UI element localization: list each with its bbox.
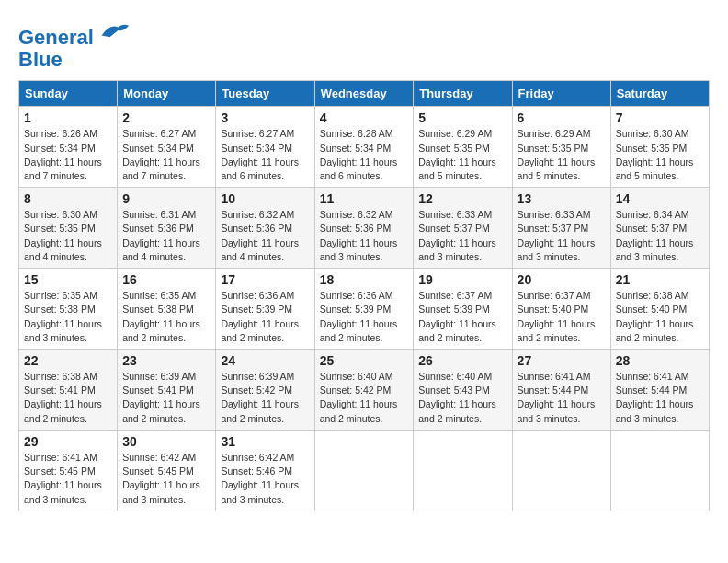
calendar-week-row: 22 Sunrise: 6:38 AMSunset: 5:41 PMDaylig… xyxy=(19,350,710,431)
day-number: 7 xyxy=(616,110,704,125)
calendar-week-row: 8 Sunrise: 6:30 AMSunset: 5:35 PMDayligh… xyxy=(19,188,710,269)
day-number: 15 xyxy=(24,272,112,287)
calendar-cell: 4 Sunrise: 6:28 AMSunset: 5:34 PMDayligh… xyxy=(314,107,414,188)
day-info: Sunrise: 6:37 AMSunset: 5:40 PMDaylight:… xyxy=(518,289,606,345)
calendar-cell: 23 Sunrise: 6:39 AMSunset: 5:41 PMDaylig… xyxy=(118,350,216,431)
calendar-cell: 19 Sunrise: 6:37 AMSunset: 5:39 PMDaylig… xyxy=(414,269,512,350)
calendar-cell: 6 Sunrise: 6:29 AMSunset: 5:35 PMDayligh… xyxy=(512,107,610,188)
calendar-cell: 1 Sunrise: 6:26 AMSunset: 5:34 PMDayligh… xyxy=(19,107,118,188)
calendar-cell: 5 Sunrise: 6:29 AMSunset: 5:35 PMDayligh… xyxy=(414,107,512,188)
day-number: 10 xyxy=(221,191,309,206)
day-number: 8 xyxy=(24,191,112,206)
day-number: 22 xyxy=(24,353,112,368)
day-number: 5 xyxy=(418,110,506,125)
day-info: Sunrise: 6:36 AMSunset: 5:39 PMDaylight:… xyxy=(221,289,309,345)
calendar-cell: 30 Sunrise: 6:42 AMSunset: 5:45 PMDaylig… xyxy=(118,430,216,511)
logo: GeneralBlue xyxy=(18,18,131,71)
day-number: 26 xyxy=(418,353,506,368)
calendar-cell xyxy=(314,430,414,511)
day-info: Sunrise: 6:31 AMSunset: 5:36 PMDaylight:… xyxy=(122,208,210,264)
calendar-cell: 14 Sunrise: 6:34 AMSunset: 5:37 PMDaylig… xyxy=(610,188,709,269)
calendar-cell: 22 Sunrise: 6:38 AMSunset: 5:41 PMDaylig… xyxy=(19,350,118,431)
day-info: Sunrise: 6:30 AMSunset: 5:35 PMDaylight:… xyxy=(616,127,704,183)
page-header: GeneralBlue xyxy=(18,18,710,71)
calendar-cell: 16 Sunrise: 6:35 AMSunset: 5:38 PMDaylig… xyxy=(118,269,216,350)
calendar-cell: 27 Sunrise: 6:41 AMSunset: 5:44 PMDaylig… xyxy=(512,350,610,431)
day-number: 17 xyxy=(221,272,309,287)
day-info: Sunrise: 6:37 AMSunset: 5:39 PMDaylight:… xyxy=(418,289,506,345)
day-number: 14 xyxy=(616,191,704,206)
col-header-friday: Friday xyxy=(512,81,610,107)
day-info: Sunrise: 6:38 AMSunset: 5:41 PMDaylight:… xyxy=(24,370,112,426)
calendar-cell: 17 Sunrise: 6:36 AMSunset: 5:39 PMDaylig… xyxy=(216,269,314,350)
day-info: Sunrise: 6:33 AMSunset: 5:37 PMDaylight:… xyxy=(418,208,506,264)
day-info: Sunrise: 6:26 AMSunset: 5:34 PMDaylight:… xyxy=(24,127,112,183)
day-number: 28 xyxy=(616,353,704,368)
calendar-cell xyxy=(512,430,610,511)
col-header-thursday: Thursday xyxy=(414,81,512,107)
calendar-cell: 3 Sunrise: 6:27 AMSunset: 5:34 PMDayligh… xyxy=(216,107,314,188)
calendar-week-row: 15 Sunrise: 6:35 AMSunset: 5:38 PMDaylig… xyxy=(19,269,710,350)
day-number: 31 xyxy=(221,434,309,449)
day-number: 18 xyxy=(320,272,409,287)
day-number: 1 xyxy=(24,110,112,125)
calendar-cell: 26 Sunrise: 6:40 AMSunset: 5:43 PMDaylig… xyxy=(414,350,512,431)
day-info: Sunrise: 6:42 AMSunset: 5:46 PMDaylight:… xyxy=(221,451,309,507)
day-number: 13 xyxy=(518,191,606,206)
day-info: Sunrise: 6:39 AMSunset: 5:41 PMDaylight:… xyxy=(122,370,210,426)
calendar-cell: 2 Sunrise: 6:27 AMSunset: 5:34 PMDayligh… xyxy=(118,107,216,188)
col-header-monday: Monday xyxy=(118,81,216,107)
day-info: Sunrise: 6:36 AMSunset: 5:39 PMDaylight:… xyxy=(320,289,409,345)
calendar-cell: 20 Sunrise: 6:37 AMSunset: 5:40 PMDaylig… xyxy=(512,269,610,350)
col-header-wednesday: Wednesday xyxy=(314,81,414,107)
day-info: Sunrise: 6:40 AMSunset: 5:42 PMDaylight:… xyxy=(320,370,409,426)
day-number: 11 xyxy=(320,191,409,206)
calendar-cell: 12 Sunrise: 6:33 AMSunset: 5:37 PMDaylig… xyxy=(414,188,512,269)
day-info: Sunrise: 6:40 AMSunset: 5:43 PMDaylight:… xyxy=(418,370,506,426)
day-number: 4 xyxy=(320,110,409,125)
day-info: Sunrise: 6:32 AMSunset: 5:36 PMDaylight:… xyxy=(221,208,309,264)
calendar-cell: 25 Sunrise: 6:40 AMSunset: 5:42 PMDaylig… xyxy=(314,350,414,431)
calendar-cell: 11 Sunrise: 6:32 AMSunset: 5:36 PMDaylig… xyxy=(314,188,414,269)
day-info: Sunrise: 6:42 AMSunset: 5:45 PMDaylight:… xyxy=(122,451,210,507)
calendar-cell: 8 Sunrise: 6:30 AMSunset: 5:35 PMDayligh… xyxy=(19,188,118,269)
calendar-cell xyxy=(414,430,512,511)
calendar-week-row: 29 Sunrise: 6:41 AMSunset: 5:45 PMDaylig… xyxy=(19,430,710,511)
day-info: Sunrise: 6:28 AMSunset: 5:34 PMDaylight:… xyxy=(320,127,409,183)
day-info: Sunrise: 6:29 AMSunset: 5:35 PMDaylight:… xyxy=(518,127,606,183)
day-info: Sunrise: 6:33 AMSunset: 5:37 PMDaylight:… xyxy=(518,208,606,264)
calendar-cell: 18 Sunrise: 6:36 AMSunset: 5:39 PMDaylig… xyxy=(314,269,414,350)
day-info: Sunrise: 6:30 AMSunset: 5:35 PMDaylight:… xyxy=(24,208,112,264)
day-number: 2 xyxy=(122,110,210,125)
calendar-cell: 9 Sunrise: 6:31 AMSunset: 5:36 PMDayligh… xyxy=(118,188,216,269)
logo-text: GeneralBlue xyxy=(18,18,131,71)
calendar-cell: 24 Sunrise: 6:39 AMSunset: 5:42 PMDaylig… xyxy=(216,350,314,431)
day-number: 20 xyxy=(518,272,606,287)
day-number: 30 xyxy=(122,434,210,449)
day-info: Sunrise: 6:41 AMSunset: 5:44 PMDaylight:… xyxy=(616,370,704,426)
day-number: 29 xyxy=(24,434,112,449)
day-info: Sunrise: 6:27 AMSunset: 5:34 PMDaylight:… xyxy=(122,127,210,183)
day-number: 23 xyxy=(122,353,210,368)
calendar-cell: 10 Sunrise: 6:32 AMSunset: 5:36 PMDaylig… xyxy=(216,188,314,269)
calendar-cell: 13 Sunrise: 6:33 AMSunset: 5:37 PMDaylig… xyxy=(512,188,610,269)
day-info: Sunrise: 6:29 AMSunset: 5:35 PMDaylight:… xyxy=(418,127,506,183)
calendar-cell: 31 Sunrise: 6:42 AMSunset: 5:46 PMDaylig… xyxy=(216,430,314,511)
day-number: 24 xyxy=(221,353,309,368)
calendar-cell: 15 Sunrise: 6:35 AMSunset: 5:38 PMDaylig… xyxy=(19,269,118,350)
day-info: Sunrise: 6:41 AMSunset: 5:44 PMDaylight:… xyxy=(518,370,606,426)
day-info: Sunrise: 6:35 AMSunset: 5:38 PMDaylight:… xyxy=(24,289,112,345)
calendar-cell: 7 Sunrise: 6:30 AMSunset: 5:35 PMDayligh… xyxy=(610,107,709,188)
col-header-saturday: Saturday xyxy=(610,81,709,107)
col-header-tuesday: Tuesday xyxy=(216,81,314,107)
day-number: 3 xyxy=(221,110,309,125)
day-info: Sunrise: 6:32 AMSunset: 5:36 PMDaylight:… xyxy=(320,208,409,264)
calendar-cell: 21 Sunrise: 6:38 AMSunset: 5:40 PMDaylig… xyxy=(610,269,709,350)
day-number: 9 xyxy=(122,191,210,206)
calendar-cell xyxy=(610,430,709,511)
calendar-cell: 28 Sunrise: 6:41 AMSunset: 5:44 PMDaylig… xyxy=(610,350,709,431)
day-number: 25 xyxy=(320,353,409,368)
day-number: 27 xyxy=(518,353,606,368)
col-header-sunday: Sunday xyxy=(19,81,118,107)
calendar-table: SundayMondayTuesdayWednesdayThursdayFrid… xyxy=(18,80,710,511)
